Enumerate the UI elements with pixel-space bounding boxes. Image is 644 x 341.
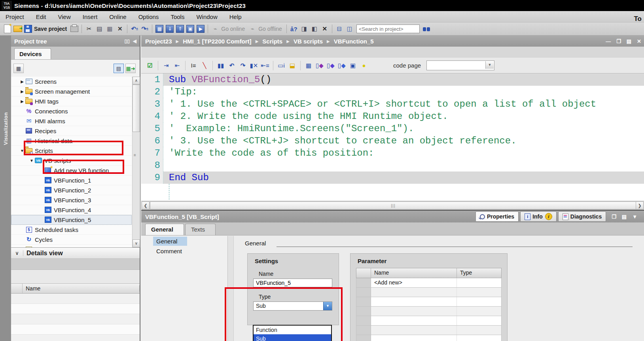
scroll-down-icon[interactable]: ∨ — [133, 239, 140, 247]
type-select[interactable]: Sub ▼ — [253, 301, 332, 311]
splitter-grip[interactable]: ≡ — [134, 154, 138, 159]
maximize-window-icon[interactable]: ▤ — [627, 38, 631, 44]
accessible-devices-icon[interactable]: ◨ — [300, 24, 309, 33]
remove-bookmark-icon[interactable]: ▮✕ — [249, 61, 259, 70]
breadcrumb-vb-scripts[interactable]: VB scripts — [294, 38, 323, 45]
menu-options[interactable]: Options — [138, 13, 159, 20]
tree-item-cycles[interactable]: ↻Cycles — [11, 235, 132, 245]
next-bookmark-icon[interactable]: ↷ — [238, 61, 248, 70]
go-offline-label[interactable]: Go offline — [258, 26, 282, 32]
scrollbar-thumb[interactable]: ||| — [150, 202, 636, 209]
tree-item-scheduled-tasks[interactable]: 5Scheduled tasks — [11, 225, 132, 235]
tree-item-vbfunction-3[interactable]: VBVBFunction_3 — [11, 195, 132, 205]
upload-device-icon[interactable]: ⇑ — [176, 24, 184, 33]
tree-item-scripts[interactable]: ▼Scripts — [11, 146, 132, 156]
scroll-right-icon[interactable]: ❯ — [636, 202, 644, 209]
start-cpu-icon[interactable]: ◧ — [310, 24, 319, 33]
runtime-icon[interactable]: ▶ — [196, 24, 205, 33]
insert-function-icon[interactable]: ▯◆ — [326, 61, 335, 70]
tree-item-recipes[interactable]: Recipes — [11, 126, 132, 136]
remove-all-bookmarks-icon[interactable]: ⇤≡ — [260, 61, 270, 70]
check-syntax-icon[interactable]: ☑ — [145, 61, 155, 70]
option-function[interactable]: Function — [254, 326, 331, 334]
dock-panel-icon[interactable]: ▤ — [622, 214, 627, 220]
tree-item-hmi-alarms[interactable]: ✉HMI alarms — [11, 116, 132, 126]
pin-panel-icon[interactable]: ▯▯ — [125, 38, 130, 44]
copy-structure-icon[interactable]: ▣ — [348, 61, 358, 70]
tab-info[interactable]: iInfoi — [520, 211, 557, 222]
go-online-label[interactable]: Go online — [221, 26, 245, 32]
copy-icon[interactable]: ▤ — [95, 24, 104, 33]
undo-icon[interactable]: ↶± — [130, 24, 139, 33]
tree-item-vbfunction-5[interactable]: VBVBFunction_5 — [11, 215, 132, 225]
split-horizontal-icon[interactable]: ⊟ — [335, 24, 344, 33]
minimize-window-icon[interactable]: — — [606, 38, 611, 44]
tree-item-vb-scripts[interactable]: ▼VBVB scripts — [11, 156, 132, 166]
insert-object-icon[interactable]: ▯◆ — [337, 61, 347, 70]
details-view-header[interactable]: ∨ Details view — [11, 247, 140, 259]
diagnostics-tool-icon[interactable]: å? — [290, 24, 298, 33]
collapse-icon[interactable]: ▼ — [20, 149, 25, 153]
code-page-select[interactable]: ▼ — [426, 60, 494, 70]
sphere-icon[interactable]: ● — [359, 61, 369, 70]
menu-window[interactable]: Window — [196, 13, 217, 20]
chevron-down-icon[interactable]: ∨ — [11, 250, 23, 256]
cut-icon[interactable]: ✂ — [85, 24, 93, 33]
tab-properties[interactable]: Properties — [475, 211, 519, 222]
tree-item-add-new-vb-function[interactable]: Add new VB function — [11, 166, 132, 175]
tree-item-vbfunction-2[interactable]: VBVBFunction_2 — [11, 185, 132, 195]
tree-item-vbfunction-4[interactable]: VBVBFunction_4 — [11, 205, 132, 215]
float-panel-icon[interactable]: ❐ — [612, 214, 616, 220]
nav-comment[interactable]: Comment — [153, 247, 187, 256]
tab-devices[interactable]: Devices — [14, 48, 51, 59]
paste-icon[interactable]: ▦ — [105, 24, 114, 33]
close-window-icon[interactable]: ✕ — [637, 38, 641, 44]
bookmark-icon[interactable]: ▮▮ — [216, 61, 225, 70]
go-online-icon[interactable]: ⌁ — [211, 24, 220, 33]
breadcrumb-hmi[interactable]: HMI_1 [TP2200 Comfort] — [183, 38, 251, 45]
scroll-left-icon[interactable]: ❮ — [142, 202, 150, 209]
collapse-icon[interactable]: ▼ — [29, 158, 34, 163]
menu-insert[interactable]: Insert — [83, 13, 98, 20]
collapse-panel-icon[interactable]: ◀ — [133, 38, 136, 44]
chevron-down-icon[interactable]: ▼ — [323, 302, 332, 310]
open-project-icon[interactable] — [13, 24, 22, 33]
code-editor[interactable]: 1Sub VBFunction_5() 2'Tip: 3' 1. Use the… — [141, 73, 644, 201]
prev-bookmark-icon[interactable]: ↶ — [227, 61, 237, 70]
menu-edit[interactable]: Edit — [36, 13, 46, 20]
tree-scrollbar[interactable]: ∧ ≡ ∨ — [132, 77, 140, 247]
expand-icon[interactable]: ▶ — [20, 79, 25, 84]
menu-help[interactable]: Help — [229, 13, 242, 20]
tree-item-vbfunction-1[interactable]: VBVBFunction_1 — [11, 175, 132, 185]
insert-table-icon[interactable]: ▦ — [304, 61, 313, 70]
start-simulation-icon[interactable]: ▣ — [186, 24, 195, 33]
breadcrumb-project[interactable]: Project23 — [145, 38, 172, 45]
nav-general[interactable]: General — [153, 237, 187, 246]
redo-icon[interactable]: ↷± — [140, 24, 149, 33]
tree-item-screen-management[interactable]: ▶Screen management — [11, 87, 132, 96]
tab-general[interactable]: General — [145, 224, 184, 235]
comment-icon[interactable]: I≡ — [189, 61, 198, 70]
indent-icon[interactable]: ⇥ — [161, 61, 171, 70]
name-field[interactable] — [253, 279, 332, 287]
menu-online[interactable]: Online — [109, 13, 126, 20]
compile-icon[interactable]: ▦ — [155, 24, 164, 33]
tree-item-hmi-tags[interactable]: ▶HMI tags — [11, 96, 132, 106]
side-tab-visualization[interactable]: Visualization — [3, 110, 9, 148]
split-vertical-icon[interactable]: ◫ — [345, 24, 354, 33]
new-project-icon[interactable] — [3, 24, 12, 33]
stop-cpu-icon[interactable]: ✕ — [320, 24, 329, 33]
chevron-down-icon[interactable]: ▼ — [485, 61, 494, 69]
horizontal-scrollbar[interactable]: ❮ ||| ❯ — [141, 201, 644, 210]
tree-item-screens[interactable]: ▶Screens — [11, 77, 132, 87]
collapse-panel-icon[interactable]: ▼ — [632, 214, 637, 220]
download-device-icon[interactable]: ⇓ — [165, 24, 174, 33]
go-offline-icon[interactable]: ⌁ — [248, 24, 257, 33]
restore-window-icon[interactable]: ❐ — [616, 38, 621, 44]
search-input[interactable] — [356, 24, 420, 33]
insert-position-icon[interactable]: ⬓ — [288, 61, 297, 70]
uncomment-icon[interactable]: ╲ — [200, 61, 209, 70]
tree-item-connections[interactable]: %Connections — [11, 106, 132, 116]
scroll-up-icon[interactable]: ∧ — [133, 77, 140, 85]
tab-texts[interactable]: Texts — [185, 224, 216, 235]
